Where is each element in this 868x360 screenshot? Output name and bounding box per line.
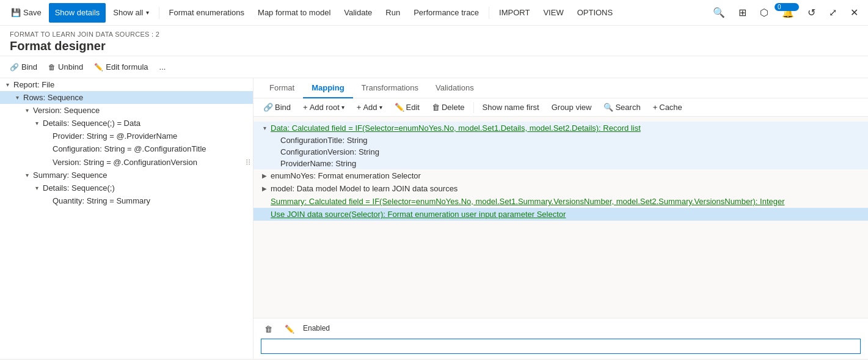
separator-2 [489,7,489,19]
page-title: Format designer [10,39,858,53]
data-item-summary[interactable]: ▶ Summary: Calculated field = IF(Selecto… [253,195,868,208]
data-item-data[interactable]: ▾ Data: Calculated field = IF(Selector=e… [253,122,868,134]
validate-button[interactable]: Validate [338,3,378,23]
data-child-providername[interactable]: ProviderName: String [280,158,868,169]
expand-enum: ▶ [258,172,271,179]
import-button[interactable]: IMPORT [493,3,536,23]
chevron-down-icon: ▾ [146,9,149,16]
expand-icon-details: ▾ [32,120,42,127]
mapping-toolbar: 🔗 Bind + Add root ▾ + Add ▾ ✏️ Edit 🗑 De… [253,98,868,117]
tab-format[interactable]: Format [261,78,303,98]
tree-item-report[interactable]: ▾ Report: File [0,78,253,91]
breadcrumb: FORMAT TO LEARN JOIN DATA SOURCES : 2 [10,31,858,38]
data-tree: ▾ Data: Calculated field = IF(Selector=e… [253,117,868,318]
format-enumerations-button[interactable]: Format enumerations [163,3,251,23]
close-button[interactable]: ✕ [845,4,863,21]
save-icon: 💾 [11,8,21,17]
search-button[interactable]: 🔍 [708,4,730,21]
edit-right-button[interactable]: ✏️ Edit [390,101,425,114]
tree-item-version-str[interactable]: ▾ Version: String = @.ConfigurationVersi… [0,155,253,169]
tree-item-version-seq[interactable]: ▾ Version: Sequence [0,104,253,117]
run-button[interactable]: Run [379,3,406,23]
data-item-use-join[interactable]: ▶ Use JOIN data source(Selector): Format… [253,208,868,221]
save-button[interactable]: 💾 Save [5,3,48,23]
performance-trace-button[interactable]: Performance trace [407,3,485,23]
data-children: ConfigurationTitle: String Configuration… [253,134,868,169]
tree-item-summary[interactable]: ▾ Summary: Sequence [0,169,253,182]
main-toolbar: 💾 Save Show details Show all ▾ Format en… [0,0,868,26]
right-panel: Format Mapping Transformations Validatio… [253,78,868,359]
show-name-first-button[interactable]: Show name first [478,101,544,114]
expand-icon-rows: ▾ [12,94,22,101]
bind-left-button[interactable]: 🔗 Bind [5,59,42,76]
tab-mapping[interactable]: Mapping [303,78,352,98]
trash-map-icon: 🗑 [432,103,440,112]
tree-item-provider[interactable]: ▾ Provider: String = @.ProviderName [0,130,253,142]
expand-button[interactable]: ⤢ [824,4,842,21]
map-format-button[interactable]: Map format to model [252,3,337,23]
more-button[interactable]: ... [155,59,171,76]
office-icon-button[interactable]: ⬡ [755,4,773,21]
add-button[interactable]: + Add ▾ [352,101,387,114]
tree-item-quantity[interactable]: ▾ Quantity: String = Summary [0,194,253,207]
expand-icon-summary: ▾ [22,172,32,178]
data-item-model[interactable]: ▶ model: Data model Model to learn JOIN … [253,182,868,195]
add-root-button[interactable]: + Add root ▾ [298,101,349,114]
grid-icon-button[interactable]: ⊞ [734,4,751,21]
tree-item-details[interactable]: ▾ Details: Sequence(;) = Data [0,117,253,130]
refresh-button[interactable]: ↺ [803,4,820,21]
map-separator [473,102,474,113]
bottom-edit-button[interactable]: ✏️ [281,323,298,335]
bottom-panel: 🗑 ✏️ Enabled [253,318,868,359]
cache-button[interactable]: + Cache [648,101,687,114]
tab-transformations[interactable]: Transformations [353,78,427,98]
search-map-button[interactable]: 🔍 Search [599,101,645,114]
enabled-input[interactable] [261,339,861,354]
link-icon: 🔗 [10,63,19,72]
show-all-button[interactable]: Show all ▾ [107,3,155,23]
group-view-button[interactable]: Group view [547,101,597,114]
sub-toolbar: 🔗 Bind 🗑 Unbind ✏️ Edit formula ... [0,56,868,78]
pencil-icon: ✏️ [94,63,103,72]
format-tree-panel: ▾ Report: File ▾ Rows: Sequence ▾ Versio… [0,78,253,359]
pencil-map-icon: ✏️ [395,103,404,112]
toolbar-right: 🔍 ⊞ ⬡ 🔔 0 ↺ ⤢ ✕ [708,4,863,21]
expand-icon-report: ▾ [2,81,12,88]
delete-button[interactable]: 🗑 Delete [427,101,470,114]
unbind-button[interactable]: 🗑 Unbind [43,59,88,76]
main-layout: ▾ Report: File ▾ Rows: Sequence ▾ Versio… [0,78,868,359]
data-item-enum[interactable]: ▶ enumNoYes: Format enumeration Selector [253,169,868,182]
edit-formula-button[interactable]: ✏️ Edit formula [89,59,153,76]
chevron-add-icon: ▾ [379,104,382,111]
enabled-label: Enabled [303,324,330,332]
expand-icon-details2: ▾ [32,185,42,191]
trash-icon: 🗑 [48,63,56,72]
show-details-button[interactable]: Show details [49,3,106,23]
expand-icon-version: ▾ [22,107,32,114]
search-map-icon: 🔍 [604,103,613,112]
tree-item-rows[interactable]: ▾ Rows: Sequence [0,91,253,104]
notification-badge: 0 [775,3,799,11]
chevron-addroot-icon: ▾ [341,104,345,111]
link-icon-map: 🔗 [263,103,273,112]
tabs: Format Mapping Transformations Validatio… [253,78,868,98]
data-child-configver[interactable]: ConfigurationVersion: String [280,146,868,158]
tab-validations[interactable]: Validations [427,78,483,98]
drag-handle[interactable]: ⁝⁝ [246,157,250,167]
options-button[interactable]: OPTIONS [571,3,619,23]
bottom-delete-button[interactable]: 🗑 [261,323,276,335]
expand-data: ▾ [258,125,271,131]
notification-area: 🔔 0 [777,4,799,21]
page-header: FORMAT TO LEARN JOIN DATA SOURCES : 2 Fo… [0,26,868,56]
view-button[interactable]: VIEW [537,3,569,23]
tree-item-configuration[interactable]: ▾ Configuration: String = @.Configuratio… [0,142,253,155]
separator-1 [159,7,159,19]
expand-model: ▶ [258,185,271,192]
bind-right-button[interactable]: 🔗 Bind [258,101,296,114]
tree-item-details2[interactable]: ▾ Details: Sequence(;) [0,182,253,194]
data-child-configtitle[interactable]: ConfigurationTitle: String [280,134,868,146]
